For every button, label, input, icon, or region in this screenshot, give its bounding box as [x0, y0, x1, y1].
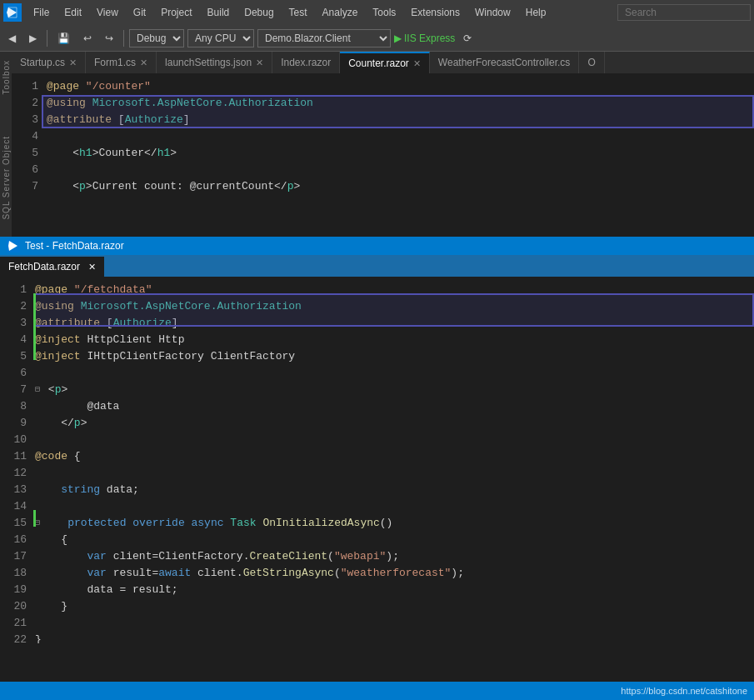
upper-editor-window: Toolbox SQL Server Object Startup.cs ✕ F… [0, 52, 754, 237]
menu-file[interactable]: File [27, 5, 56, 20]
tab-form1-cs-label: Form1.cs [94, 57, 136, 68]
tab-fetchdata-razor[interactable]: FetchData.razor ✕ [0, 257, 104, 277]
tab-overflow-label: O [587, 57, 595, 68]
code-line-lower-7: ⊟ <p> [33, 382, 754, 398]
upper-code-content: @page "/counter" @using Microsoft.AspNet… [45, 73, 754, 237]
redo-btn[interactable]: ↪ [100, 31, 118, 46]
save-btn[interactable]: 💾 [52, 31, 75, 46]
platform-select[interactable]: Any CPU [187, 29, 254, 48]
lower-line-numbers: 12345 678910 1112131415 1617181920 21222… [0, 277, 33, 643]
search-input[interactable] [617, 4, 751, 21]
code-line-lower-3: @attribute [ Authorize ] [33, 315, 754, 332]
toolbar: ◀ ▶ 💾 ↩ ↪ Debug Any CPU Demo.Blazor.Clie… [0, 25, 754, 52]
green-bar-lower [33, 510, 36, 527]
code-line-upper-6 [45, 162, 754, 178]
code-line-lower-11: @code { [33, 448, 754, 465]
menu-edit[interactable]: Edit [57, 5, 88, 20]
code-line-lower-13: string data; [33, 482, 754, 498]
tab-counter-razor-label: Counter.razor [348, 58, 409, 69]
code-line-lower-18: var result= await client. GetStringAsync… [33, 565, 754, 582]
code-line-upper-5: <h1>Counter</h1> [45, 145, 754, 162]
menu-analyze[interactable]: Analyze [316, 5, 365, 20]
tab-index-razor[interactable]: Index.razor [272, 52, 340, 73]
tab-form1-cs[interactable]: Form1.cs ✕ [86, 52, 157, 73]
menu-debug[interactable]: Debug [237, 5, 280, 20]
menu-build[interactable]: Build [201, 5, 237, 20]
tab-startup-cs-close[interactable]: ✕ [69, 58, 77, 68]
lower-code-area: 12345 678910 1112131415 1617181920 21222… [0, 277, 754, 643]
sql-label: SQL Server Object [2, 136, 11, 220]
run-label: IIS Express [404, 32, 455, 44]
sidebar-strip: Toolbox SQL Server Object [0, 52, 12, 237]
startup-project-select[interactable]: Demo.Blazor.Client [257, 29, 391, 48]
menu-git[interactable]: Git [127, 5, 152, 20]
code-line-upper-7: <p>Current count: @currentCount</p> [45, 178, 754, 195]
code-line-lower-15: ⊟ protected override async Task OnInitia… [33, 515, 754, 532]
tab-startup-cs[interactable]: Startup.cs ✕ [12, 52, 86, 73]
refresh-btn[interactable]: ⟳ [458, 31, 477, 46]
code-line-upper-3: @attribute [ Authorize ] [45, 112, 754, 128]
tab-launchsettings-close[interactable]: ✕ [256, 58, 263, 68]
menu-extensions[interactable]: Extensions [404, 5, 467, 20]
code-line-lower-4: @inject HttpClient Http [33, 332, 754, 348]
code-line-lower-21 [33, 615, 754, 632]
tab-startup-cs-label: Startup.cs [20, 57, 65, 68]
tab-launchsettings-label: launchSettings.json [165, 57, 252, 68]
code-line-lower-20: } [33, 598, 754, 615]
code-line-lower-14 [33, 498, 754, 515]
lower-tabs-bar: FetchData.razor ✕ [0, 255, 754, 277]
debug-config-select[interactable]: Debug [129, 29, 184, 48]
tab-weatherforecast[interactable]: WeatherForecastController.cs [430, 52, 580, 73]
run-arrow-icon: ▶ [394, 32, 402, 44]
nav-forward-btn[interactable]: ▶ [24, 31, 42, 46]
menu-view[interactable]: View [90, 5, 125, 20]
undo-btn[interactable]: ↩ [78, 31, 97, 46]
code-line-lower-6 [33, 365, 754, 382]
upper-code-area: 1234567 @page "/counter" @using Microsof… [12, 73, 754, 237]
nav-back-btn[interactable]: ◀ [3, 31, 21, 46]
code-line-lower-9: </p> [33, 415, 754, 432]
toolbox-label: Toolbox [2, 60, 11, 94]
upper-line-numbers: 1234567 [12, 73, 45, 237]
tab-launchsettings[interactable]: launchSettings.json ✕ [157, 52, 272, 73]
code-line-lower-17: var client=ClientFactory. CreateClient (… [33, 548, 754, 565]
tab-overflow[interactable]: O [579, 52, 604, 73]
code-line-lower-12 [33, 465, 754, 482]
collapse-p-icon[interactable]: ⊟ [35, 382, 40, 398]
code-line-lower-16: { [33, 532, 754, 548]
menu-test[interactable]: Test [282, 5, 314, 20]
menu-help[interactable]: Help [519, 5, 553, 20]
lower-code-content: @page "/fetchdata" @using Microsoft.AspN… [33, 277, 754, 643]
vs-logo-lower [7, 239, 20, 252]
menu-project[interactable]: Project [154, 5, 198, 20]
tab-weatherforecast-label: WeatherForecastController.cs [438, 57, 571, 68]
code-line-upper-4 [45, 128, 754, 145]
green-bar-upper [33, 293, 36, 360]
tab-index-razor-label: Index.razor [281, 57, 331, 68]
menu-window[interactable]: Window [468, 5, 517, 20]
toolbar-divider-2 [123, 30, 124, 47]
lower-window-title: Test - FetchData.razor [25, 240, 124, 252]
code-line-lower-22: } [33, 632, 754, 643]
svg-marker-2 [8, 241, 17, 251]
tab-counter-razor-close[interactable]: ✕ [413, 58, 421, 69]
code-line-lower-19: data = result; [33, 582, 754, 598]
tab-counter-razor[interactable]: Counter.razor ✕ [340, 52, 430, 73]
code-line-lower-5: @inject IHttpClientFactory ClientFactory [33, 348, 754, 365]
menu-bar: File Edit View Git Project Build Debug T… [0, 0, 754, 25]
run-button[interactable]: ▶ IIS Express [394, 32, 455, 44]
keyword-page: @page [47, 78, 79, 95]
code-line-lower-1: @page "/fetchdata" [33, 282, 754, 298]
tab-form1-cs-close[interactable]: ✕ [140, 58, 147, 68]
code-line-lower-2: @using Microsoft.AspNetCore.Authorizatio… [33, 298, 754, 315]
code-line-upper-1: @page "/counter" [45, 78, 754, 95]
upper-tabs-bar: Startup.cs ✕ Form1.cs ✕ launchSettings.j… [12, 52, 754, 73]
toolbar-divider-1 [47, 30, 47, 47]
code-line-upper-2: @using Microsoft.AspNetCore.Authorizatio… [45, 95, 754, 112]
tab-fetchdata-razor-label: FetchData.razor [8, 261, 80, 272]
tab-fetchdata-close[interactable]: ✕ [88, 262, 96, 272]
code-line-lower-8: @data [33, 398, 754, 415]
menu-tools[interactable]: Tools [366, 5, 402, 20]
lower-window-titlebar: Test - FetchData.razor [0, 237, 754, 255]
code-line-lower-10 [33, 432, 754, 448]
